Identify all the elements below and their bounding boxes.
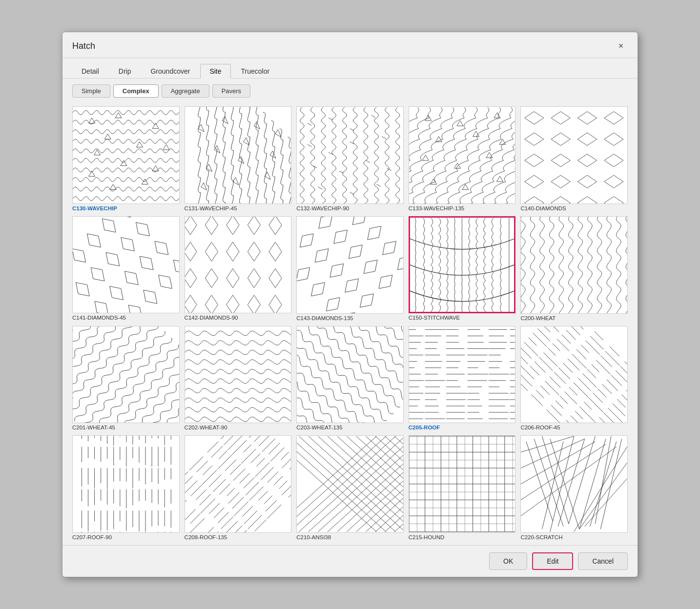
svg-line-510 xyxy=(202,470,217,485)
svg-marker-67 xyxy=(525,197,544,203)
svg-marker-95 xyxy=(247,217,260,235)
hatch-cell-c205[interactable]: C205-ROOF xyxy=(409,326,516,431)
svg-line-325 xyxy=(571,415,579,423)
svg-line-272 xyxy=(557,339,570,351)
tab-top-detail[interactable]: Detail xyxy=(72,64,108,78)
hatch-cell-c141[interactable]: C141-DIAMONDS-45 xyxy=(72,216,180,321)
svg-line-478 xyxy=(270,447,284,461)
hatch-cell-c133[interactable]: C133-WAVECHIP-135 xyxy=(409,106,516,211)
svg-line-463 xyxy=(267,472,278,483)
svg-line-462 xyxy=(282,457,291,468)
hatch-label-c207: C207-ROOF-90 xyxy=(72,534,180,540)
svg-line-547 xyxy=(328,436,403,532)
svg-marker-55 xyxy=(525,133,544,145)
svg-marker-89 xyxy=(90,297,113,313)
svg-line-259 xyxy=(597,360,611,374)
svg-line-467 xyxy=(209,532,218,532)
svg-marker-111 xyxy=(393,252,403,274)
svg-line-305 xyxy=(584,402,592,409)
ok-button[interactable]: OK xyxy=(489,552,527,570)
svg-line-609 xyxy=(579,439,606,529)
svg-marker-109 xyxy=(185,268,197,287)
svg-line-534 xyxy=(297,436,376,532)
hatch-cell-c202[interactable]: C202-WHEAT-90 xyxy=(185,326,292,431)
svg-line-307 xyxy=(521,346,532,359)
hatch-label-c210: C210-ANSI38 xyxy=(296,534,404,540)
hatch-label-c141: C141-DIAMONDS-45 xyxy=(72,315,180,321)
tab-top-truecolor[interactable]: Truecolor xyxy=(232,64,279,78)
svg-marker-6 xyxy=(163,144,169,150)
svg-line-551 xyxy=(347,436,403,532)
hatch-cell-c203[interactable]: C203-WHEAT-135 xyxy=(296,326,404,431)
svg-line-298 xyxy=(604,412,615,423)
svg-marker-63 xyxy=(525,175,544,188)
hatch-label-c205: C205-ROOF xyxy=(409,425,516,430)
svg-line-494 xyxy=(200,499,215,513)
hatch-cell-c208[interactable]: C208-ROOF-135 xyxy=(185,435,292,540)
hatch-cell-c206[interactable]: C206-ROOF-45 xyxy=(520,326,628,431)
hatch-cell-c220[interactable]: C220-SCRATCH xyxy=(520,435,628,540)
svg-line-475 xyxy=(205,527,213,532)
svg-line-485 xyxy=(239,473,249,484)
tab-sub-pavers[interactable]: Pavers xyxy=(212,84,250,98)
svg-line-266 xyxy=(592,365,599,372)
svg-line-457 xyxy=(274,476,283,485)
svg-marker-4 xyxy=(137,142,143,147)
svg-line-465 xyxy=(234,502,248,516)
tab-top-drip[interactable]: Drip xyxy=(109,64,141,78)
hatch-dialog: Hatch × DetailDripGroundcoverSiteTruecol… xyxy=(62,32,638,577)
svg-line-435 xyxy=(288,489,291,497)
tab-top-groundcover[interactable]: Groundcover xyxy=(141,64,199,78)
hatch-cell-c201[interactable]: C201-WHEAT-45 xyxy=(72,326,180,431)
svg-line-245 xyxy=(605,351,620,365)
hatch-cell-c207[interactable]: C207-ROOF-90 xyxy=(72,435,180,540)
top-tabs: DetailDripGroundcoverSiteTruecolor xyxy=(62,58,638,79)
svg-line-543 xyxy=(309,436,403,532)
hatch-cell-c215[interactable]: C215-HOUND xyxy=(409,435,516,540)
edit-button[interactable]: Edit xyxy=(532,552,573,570)
hatch-preview-c205 xyxy=(409,326,516,424)
svg-line-450 xyxy=(264,496,272,504)
hatch-label-c142: C142-DIAMONDS-90 xyxy=(185,315,292,321)
hatch-cell-c143[interactable]: C143-DIAMONDS-135 xyxy=(296,216,404,321)
hatch-cell-c130[interactable]: C130-WAVECHIP xyxy=(72,106,180,211)
cancel-button[interactable]: Cancel xyxy=(578,552,628,570)
hatch-label-c200: C200-WHEAT xyxy=(520,315,628,321)
svg-marker-81 xyxy=(120,267,143,289)
svg-line-323 xyxy=(541,386,550,395)
svg-line-279 xyxy=(538,328,550,341)
svg-line-500 xyxy=(199,494,210,506)
svg-line-306 xyxy=(599,417,610,423)
svg-line-283 xyxy=(598,388,607,397)
hatch-cell-c131[interactable]: C131-WAVECHIP-45 xyxy=(185,106,292,211)
hatch-cell-c200[interactable]: C200-WHEAT xyxy=(520,216,628,321)
hatch-label-c140: C140-DIAMONDS xyxy=(520,205,628,211)
svg-marker-52 xyxy=(551,112,570,124)
hatch-cell-c140[interactable]: C140-DIAMONDS xyxy=(520,106,628,211)
svg-line-330 xyxy=(536,390,544,398)
svg-marker-98 xyxy=(247,295,260,313)
svg-marker-1 xyxy=(115,113,122,118)
hatch-cell-c132[interactable]: C132-WAVECHIP-90 xyxy=(296,106,404,211)
svg-line-31 xyxy=(382,137,386,139)
svg-line-516 xyxy=(219,450,227,459)
tab-sub-aggregate[interactable]: Aggregate xyxy=(162,84,209,98)
svg-line-239 xyxy=(610,346,619,356)
hatch-label-c215: C215-HOUND xyxy=(409,534,516,540)
svg-line-517 xyxy=(203,466,212,475)
svg-line-535 xyxy=(297,436,376,532)
hatch-cell-c150[interactable]: C150-STITCHWAVE xyxy=(409,216,516,321)
svg-marker-41 xyxy=(494,113,500,118)
tab-sub-complex[interactable]: Complex xyxy=(113,84,159,98)
svg-line-291 xyxy=(608,408,622,422)
svg-line-484 xyxy=(256,458,265,467)
svg-line-610 xyxy=(590,442,617,527)
svg-line-312 xyxy=(595,421,610,423)
svg-marker-108 xyxy=(185,242,197,261)
hatch-label-c201: C201-WHEAT-45 xyxy=(72,425,180,430)
close-button[interactable]: × xyxy=(614,39,628,53)
tab-top-site[interactable]: Site xyxy=(200,64,230,79)
tab-sub-simple[interactable]: Simple xyxy=(72,84,110,98)
hatch-cell-c210[interactable]: C210-ANSI38 xyxy=(296,435,404,540)
hatch-cell-c142[interactable]: C142-DIAMONDS-90 xyxy=(185,216,292,321)
